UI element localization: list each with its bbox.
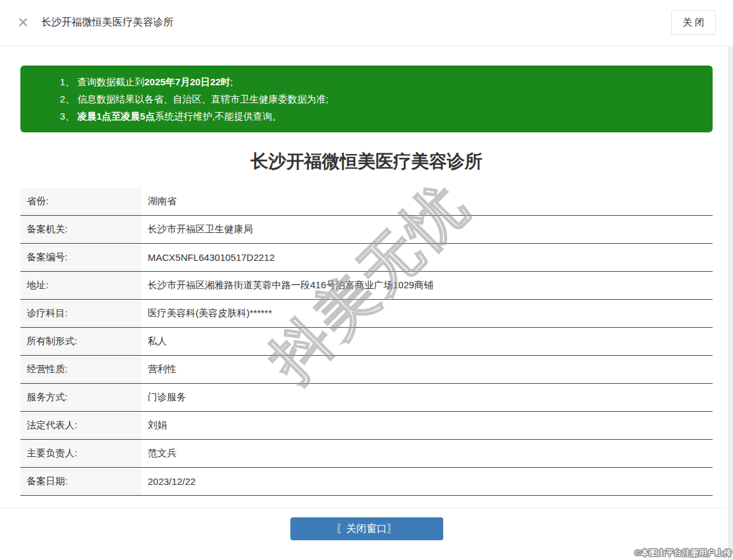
row-label: 省份: (20, 188, 141, 216)
row-value: 长沙市开福区湘雅路街道芙蓉中路一段416号泊富商业广场1029商铺 (141, 272, 713, 300)
table-row: 省份: 湖南省 (20, 188, 713, 216)
row-label: 服务方式: (20, 384, 141, 412)
row-value: 医疗美容科(美容皮肤科)****** (141, 300, 713, 328)
window-titlebar: ✕ 长沙开福微恒美医疗美容诊所 关 闭 (0, 0, 733, 46)
table-row: 备案日期: 2023/12/22 (20, 468, 713, 496)
table-row: 所有制形式: 私人 (20, 328, 713, 356)
notice-line3-bold: 凌晨1点至凌晨5点 (78, 111, 155, 122)
table-row: 服务方式: 门诊服务 (20, 384, 713, 412)
table-row: 备案机关: 长沙市开福区卫生健康局 (20, 216, 713, 244)
row-value: 湖南省 (141, 188, 713, 216)
row-value: 私人 (141, 328, 713, 356)
table-row: 地址: 长沙市开福区湘雅路街道芙蓉中路一段416号泊富商业广场1029商铺 (20, 272, 713, 300)
table-row: 备案编号: MACX5NFL643010517D2212 (20, 244, 713, 272)
close-x-icon[interactable]: ✕ (17, 16, 29, 30)
close-button[interactable]: 关 闭 (671, 10, 716, 35)
notice-line1-suffix: ; (231, 76, 233, 87)
notice-line3-suffix: 系统进行维护,不能提供查询。 (155, 111, 281, 122)
row-label: 备案机关: (20, 216, 141, 244)
row-label: 法定代表人: (20, 412, 141, 440)
page-title: 长沙开福微恒美医疗美容诊所 (20, 150, 713, 173)
row-label: 所有制形式: (20, 328, 141, 356)
notice-line-1: 1、 查询数据截止到2025年7月20日22时; (60, 73, 700, 90)
row-value: 长沙市开福区卫生健康局 (141, 216, 713, 244)
table-row: 经营性质: 营利性 (20, 356, 713, 384)
notice-line-3: 3、 凌晨1点至凌晨5点系统进行维护,不能提供查询。 (60, 108, 700, 125)
footer: 〖关闭窗口〗 (0, 508, 733, 540)
notice-line3-prefix: 3、 (60, 111, 78, 122)
row-label: 备案编号: (20, 244, 141, 272)
clinic-info-table: 省份: 湖南省 备案机关: 长沙市开福区卫生健康局 备案编号: MACX5NFL… (20, 188, 713, 496)
row-value: 刘娟 (141, 412, 713, 440)
row-label: 诊疗科目: (20, 300, 141, 328)
notice-line1-bold: 2025年7月20日22时 (145, 76, 231, 87)
row-value: 营利性 (141, 356, 713, 384)
row-label: 经营性质: (20, 356, 141, 384)
scrollbar[interactable] (728, 46, 733, 560)
close-window-button[interactable]: 〖关闭窗口〗 (290, 517, 443, 540)
table-row: 主要负责人: 范文兵 (20, 440, 713, 468)
notice-line-2: 2、 信息数据结果以各省、自治区、直辖市卫生健康委数据为准; (60, 90, 700, 108)
table-row: 诊疗科目: 医疗美容科(美容皮肤科)****** (20, 300, 713, 328)
row-label: 主要负责人: (20, 440, 141, 468)
row-label: 备案日期: (20, 468, 141, 496)
table-row: 法定代表人: 刘娟 (20, 412, 713, 440)
row-value: 2023/12/22 (141, 468, 713, 496)
info-table-body: 省份: 湖南省 备案机关: 长沙市开福区卫生健康局 备案编号: MACX5NFL… (20, 188, 713, 496)
main-content: 1、 查询数据截止到2025年7月20日22时; 2、 信息数据结果以各省、自治… (0, 66, 733, 496)
row-label: 地址: (20, 272, 141, 300)
row-value: MACX5NFL643010517D2212 (141, 244, 713, 272)
notice-line1-text: 1、 查询数据截止到 (60, 76, 145, 87)
notice-line2-text: 2、 信息数据结果以各省、自治区、直辖市卫生健康委数据为准; (60, 94, 329, 104)
row-value: 门诊服务 (141, 384, 713, 412)
notice-banner: 1、 查询数据截止到2025年7月20日22时; 2、 信息数据结果以各省、自治… (20, 66, 713, 132)
window-title: 长沙开福微恒美医疗美容诊所 (41, 16, 173, 29)
upload-credit-text: ©本图由平台注册用户上传 (634, 547, 732, 559)
row-value: 范文兵 (141, 440, 713, 468)
